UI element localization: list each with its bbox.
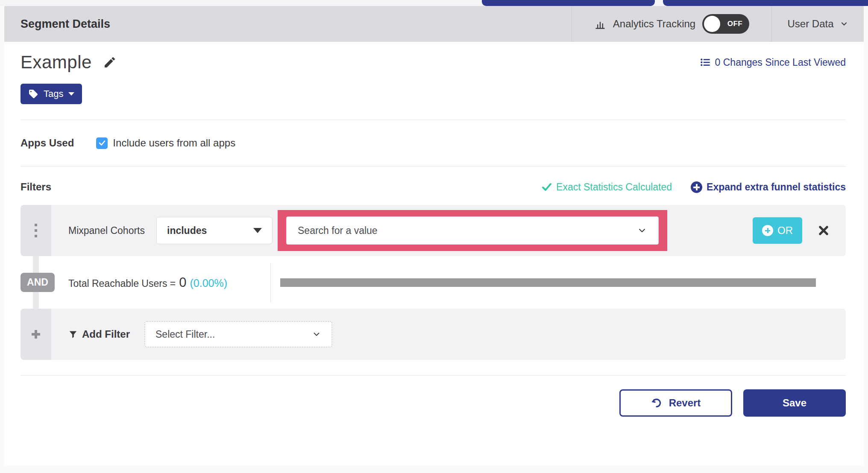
progress-track bbox=[280, 278, 816, 287]
card-header: Segment Details Analytics Tracking OFF bbox=[4, 6, 864, 42]
bar-chart-icon bbox=[594, 18, 606, 30]
changes-link-label: 0 Changes Since Last Viewed bbox=[715, 57, 846, 68]
plus-circle-icon bbox=[691, 181, 702, 193]
changes-list-icon bbox=[700, 57, 711, 68]
partial-button[interactable] bbox=[482, 0, 655, 6]
add-filter-row: Add Filter Select Filter... bbox=[21, 309, 846, 360]
caret-down-icon bbox=[68, 92, 74, 96]
analytics-tracking-label: Analytics Tracking bbox=[613, 18, 695, 30]
chevron-down-icon bbox=[637, 225, 647, 236]
undo-icon bbox=[651, 397, 662, 409]
analytics-tracking-section: Analytics Tracking OFF bbox=[572, 6, 771, 42]
filters-heading: Filters bbox=[21, 181, 51, 193]
apps-used-row: Apps Used Include users from all apps bbox=[21, 120, 846, 166]
segment-details-page: Segment Details Analytics Tracking OFF bbox=[0, 0, 868, 473]
title-row: Example 0 Changes Since Last Viewed bbox=[21, 52, 846, 73]
reachable-users-percent: (0.00%) bbox=[190, 277, 227, 289]
add-filter-label: Add Filter bbox=[82, 328, 130, 340]
filter-row: Mixpanel Cohorts includes Search for a v… bbox=[21, 205, 846, 256]
filter-row-body: Mixpanel Cohorts includes Search for a v… bbox=[51, 205, 846, 256]
top-strip bbox=[0, 0, 868, 6]
add-filter-strip[interactable] bbox=[21, 309, 51, 360]
filters-header: Filters Exact Statistics Calculated Expa… bbox=[21, 181, 846, 193]
segment-details-card: Segment Details Analytics Tracking OFF bbox=[4, 6, 864, 465]
filter-value-select[interactable]: Search for a value bbox=[286, 216, 659, 245]
drag-handle-icon bbox=[35, 224, 37, 237]
and-conjunction-badge: AND bbox=[21, 273, 55, 292]
tag-icon bbox=[28, 89, 38, 99]
partial-button[interactable] bbox=[663, 0, 868, 6]
reachable-progress bbox=[271, 278, 816, 287]
funnel-icon bbox=[68, 330, 78, 339]
filter-operator-select[interactable]: includes bbox=[156, 217, 273, 244]
changes-since-last-viewed-link[interactable]: 0 Changes Since Last Viewed bbox=[700, 57, 846, 68]
exact-statistics-status: Exact Statistics Calculated bbox=[542, 181, 672, 193]
checkbox-check-icon bbox=[98, 139, 106, 147]
close-icon[interactable] bbox=[818, 225, 830, 236]
section-divider bbox=[21, 166, 846, 166]
expand-funnel-statistics-link[interactable]: Expand extra funnel statistics bbox=[691, 181, 846, 193]
select-filter-placeholder: Select Filter... bbox=[155, 329, 215, 340]
reachable-users-label: Total Reachable Users = bbox=[68, 278, 176, 289]
filter-field-label: Mixpanel Cohorts bbox=[68, 225, 156, 236]
main-content: Example 0 Changes Since Last Viewed bbox=[4, 52, 864, 429]
chevron-down-icon bbox=[840, 20, 848, 28]
highlight-frame: Search for a value bbox=[278, 210, 667, 251]
chevron-down-icon bbox=[312, 330, 321, 339]
check-icon bbox=[542, 182, 552, 192]
include-all-apps-option: Include users from all apps bbox=[96, 137, 235, 149]
plus-circle-icon bbox=[762, 225, 773, 236]
reachable-users-value: 0 bbox=[179, 275, 186, 290]
include-all-apps-checkbox[interactable] bbox=[96, 137, 108, 149]
save-button[interactable]: Save bbox=[743, 389, 846, 417]
user-data-label: User Data bbox=[787, 18, 833, 30]
tags-button[interactable]: Tags bbox=[21, 84, 82, 104]
add-or-condition-button[interactable]: OR bbox=[753, 217, 802, 244]
select-filter-dropdown[interactable]: Select Filter... bbox=[144, 321, 332, 347]
exact-statistics-label: Exact Statistics Calculated bbox=[556, 181, 672, 193]
reachable-users-text: Total Reachable Users = 0 (0.00%) bbox=[68, 275, 270, 290]
analytics-tracking-toggle[interactable]: OFF bbox=[702, 14, 749, 34]
toggle-knob bbox=[704, 16, 720, 32]
pencil-icon[interactable] bbox=[103, 55, 117, 69]
tags-button-label: Tags bbox=[44, 88, 63, 99]
caret-down-icon bbox=[253, 228, 262, 233]
segment-name: Example bbox=[21, 52, 92, 73]
revert-button-label: Revert bbox=[669, 397, 701, 409]
or-button-label: OR bbox=[777, 225, 793, 236]
footer-actions: Revert Save bbox=[21, 376, 846, 429]
apps-used-label: Apps Used bbox=[21, 137, 74, 149]
user-data-menu[interactable]: User Data bbox=[771, 6, 864, 42]
filter-operator-value: includes bbox=[167, 225, 207, 236]
save-button-label: Save bbox=[783, 397, 806, 409]
include-all-apps-label: Include users from all apps bbox=[113, 137, 235, 149]
expand-funnel-statistics-label: Expand extra funnel statistics bbox=[707, 181, 846, 193]
revert-button[interactable]: Revert bbox=[619, 389, 732, 417]
page-title: Segment Details bbox=[4, 18, 572, 31]
reachable-users-row: AND Total Reachable Users = 0 (0.00%) bbox=[21, 256, 846, 309]
toggle-state-label: OFF bbox=[727, 20, 750, 28]
plus-icon bbox=[32, 330, 40, 339]
drag-handle[interactable] bbox=[21, 205, 51, 256]
filter-value-placeholder: Search for a value bbox=[298, 225, 378, 236]
add-filter-body: Add Filter Select Filter... bbox=[51, 309, 846, 360]
add-filter-button[interactable]: Add Filter bbox=[68, 328, 130, 340]
